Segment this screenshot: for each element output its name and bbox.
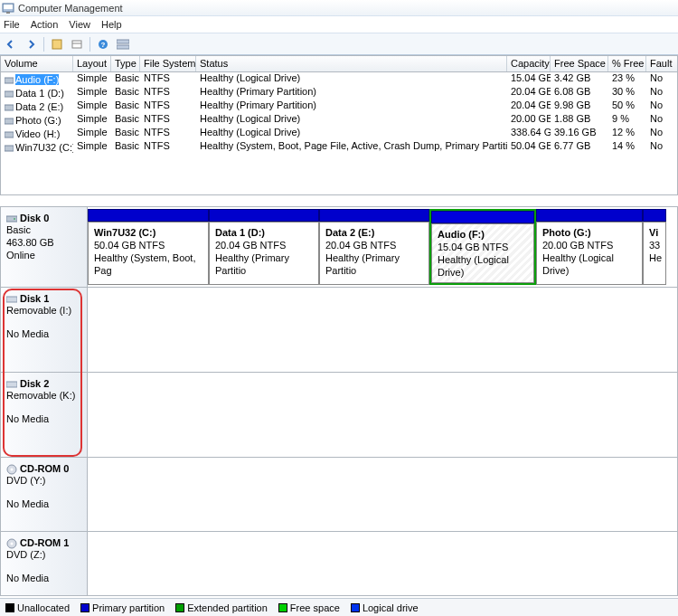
refresh-button[interactable]: [48, 36, 66, 52]
forward-button[interactable]: [22, 36, 40, 52]
partition-status: Healthy (System, Boot, Pag: [94, 251, 202, 277]
partition-name: Data 1 (D:): [215, 226, 313, 239]
partition[interactable]: Win7U32 (C:)50.04 GB NTFSHealthy (System…: [88, 209, 209, 285]
volume-type: Basic: [111, 113, 140, 127]
disk-label-cdrom1[interactable]: CD-ROM 1 DVD (Z:) No Media: [1, 532, 88, 595]
volume-row[interactable]: Photo (G:)SimpleBasicNTFSHealthy (Logica…: [1, 113, 677, 127]
volume-name: Data 1 (D:): [15, 88, 64, 99]
partition-status: Healthy (Primary Partitio: [215, 251, 313, 277]
disk-graphical-area: Disk 0 Basic 463.80 GB Online Win7U32 (C…: [0, 206, 678, 596]
title-bar: Computer Management: [0, 0, 678, 16]
col-status[interactable]: Status: [196, 56, 507, 71]
volume-list[interactable]: Audio (F:)SimpleBasicNTFSHealthy (Logica…: [0, 72, 678, 195]
partition-name: Audio (F:): [438, 228, 528, 241]
svg-rect-15: [5, 146, 14, 151]
volume-name: Audio (F:): [15, 74, 59, 85]
col-fault[interactable]: Fault: [646, 56, 673, 71]
col-type[interactable]: Type: [111, 56, 140, 71]
volume-row[interactable]: Win7U32 (C:)SimpleBasicNTFSHealthy (Syst…: [1, 140, 677, 154]
svg-rect-10: [5, 78, 14, 83]
partition[interactable]: Data 1 (D:)20.04 GB NTFSHealthy (Primary…: [209, 209, 319, 285]
removable-icon: [6, 379, 17, 388]
volume-type: Basic: [111, 72, 140, 86]
volume-fs: NTFS: [140, 113, 196, 127]
volume-pctfree: 30 %: [608, 86, 646, 100]
menu-file[interactable]: File: [4, 19, 20, 30]
partition-info: 20.00 GB NTFS: [542, 239, 636, 251]
disk-row-cdrom0: CD-ROM 0 DVD (Y:) No Media: [1, 458, 677, 532]
disk-label-disk1[interactable]: Disk 1 Removable (I:) No Media: [1, 288, 88, 372]
help-button[interactable]: ?: [94, 36, 112, 52]
volume-layout: Simple: [73, 113, 111, 127]
col-freespace[interactable]: Free Space: [551, 56, 608, 71]
volume-layout: Simple: [73, 100, 111, 113]
volume-freespace: 3.42 GB: [551, 72, 608, 86]
volume-name: Win7U32 (C:): [15, 142, 73, 153]
partition[interactable]: Audio (F:)15.04 GB NTFSHealthy (Logical …: [429, 209, 536, 285]
removable-icon: [6, 294, 17, 303]
volume-pctfree: 23 %: [608, 72, 646, 86]
svg-rect-9: [117, 45, 129, 49]
volume-row[interactable]: Audio (F:)SimpleBasicNTFSHealthy (Logica…: [1, 72, 677, 86]
svg-point-21: [11, 469, 14, 471]
volume-layout: Simple: [73, 86, 111, 100]
volume-freespace: 1.88 GB: [551, 113, 608, 127]
volume-name: Data 2 (E:): [15, 101, 63, 112]
disk-row-disk0: Disk 0 Basic 463.80 GB Online Win7U32 (C…: [1, 207, 677, 288]
menu-help[interactable]: Help: [101, 19, 122, 30]
disk-row-cdrom1: CD-ROM 1 DVD (Z:) No Media: [1, 532, 677, 595]
cdrom-icon: [6, 538, 17, 547]
volume-capacity: 338.64 GB: [507, 127, 551, 140]
svg-point-23: [11, 543, 14, 545]
col-capacity[interactable]: Capacity: [507, 56, 551, 71]
partition[interactable]: Photo (G:)20.00 GB NTFSHealthy (Logical …: [536, 209, 643, 285]
menu-action[interactable]: Action: [31, 19, 59, 30]
volume-icon: [5, 75, 14, 84]
disk-label-cdrom0[interactable]: CD-ROM 0 DVD (Y:) No Media: [1, 458, 88, 531]
col-layout[interactable]: Layout: [73, 56, 111, 71]
volume-list-header: Volume Layout Type File System Status Ca…: [0, 55, 678, 72]
volume-name: Video (H:): [15, 128, 60, 139]
volume-freespace: 6.77 GB: [551, 140, 608, 154]
volume-fault: No: [646, 86, 673, 100]
volume-row[interactable]: Data 1 (D:)SimpleBasicNTFSHealthy (Prima…: [1, 86, 677, 100]
app-icon: [2, 2, 14, 14]
toolbar: ?: [0, 33, 678, 55]
disk-label-disk0[interactable]: Disk 0 Basic 463.80 GB Online: [1, 207, 88, 287]
volume-fault: No: [646, 127, 673, 140]
partition[interactable]: Data 2 (E:)20.04 GB NTFSHealthy (Primary…: [319, 209, 429, 285]
col-pctfree[interactable]: % Free: [608, 56, 646, 71]
volume-row[interactable]: Data 2 (E:)SimpleBasicNTFSHealthy (Prima…: [1, 100, 677, 113]
volume-fs: NTFS: [140, 127, 196, 140]
partition-status: Healthy (Logical Drive): [438, 253, 528, 279]
volume-capacity: 20.04 GB: [507, 100, 551, 113]
partition[interactable]: Vi33He: [643, 209, 666, 285]
volume-pctfree: 12 %: [608, 127, 646, 140]
partition-info: 20.04 GB NTFS: [325, 239, 423, 251]
svg-rect-13: [5, 118, 14, 124]
volume-type: Basic: [111, 100, 140, 113]
properties-button[interactable]: [68, 36, 86, 52]
legend-unallocated: Unallocated: [17, 602, 70, 613]
volume-fs: NTFS: [140, 100, 196, 113]
svg-rect-19: [6, 382, 17, 387]
volume-status: Healthy (Logical Drive): [196, 72, 507, 86]
svg-rect-8: [117, 40, 129, 43]
partition-status: Healthy (Logical Drive): [542, 251, 636, 277]
list-button[interactable]: [114, 36, 132, 52]
svg-rect-12: [5, 105, 14, 110]
volume-fs: NTFS: [140, 86, 196, 100]
col-filesystem[interactable]: File System: [140, 56, 196, 71]
volume-icon: [5, 89, 14, 98]
hdd-icon: [6, 213, 17, 223]
volume-row[interactable]: Video (H:)SimpleBasicNTFSHealthy (Logica…: [1, 127, 677, 140]
window-title: Computer Management: [18, 3, 123, 14]
disk-label-disk2[interactable]: Disk 2 Removable (K:) No Media: [1, 373, 88, 457]
volume-icon: [5, 143, 14, 152]
svg-rect-11: [5, 91, 14, 97]
col-volume[interactable]: Volume: [1, 56, 73, 71]
volume-capacity: 15.04 GB: [507, 72, 551, 86]
back-button[interactable]: [2, 36, 20, 52]
menu-view[interactable]: View: [69, 19, 90, 30]
svg-rect-4: [72, 41, 81, 48]
